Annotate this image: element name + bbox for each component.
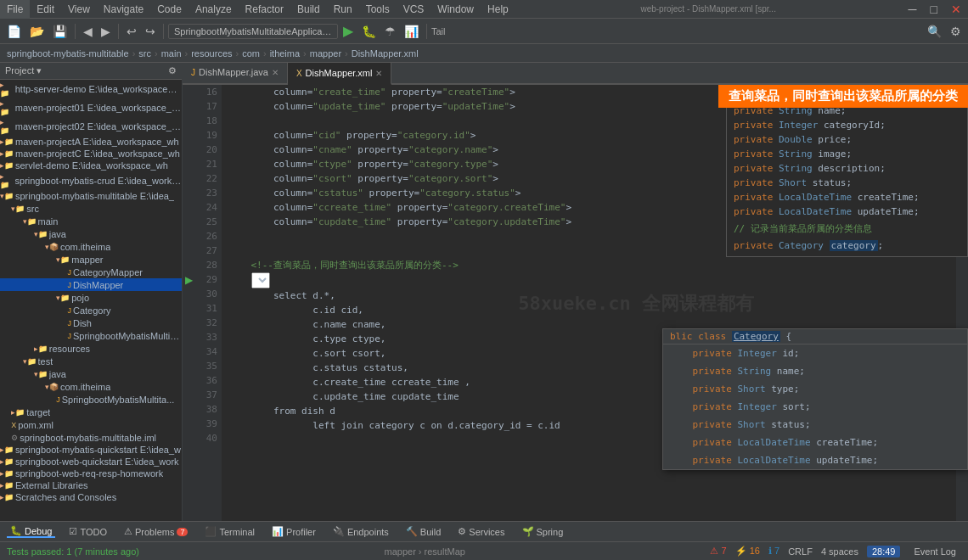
new-file-btn[interactable]: 📄 xyxy=(3,23,25,40)
ac-line-7[interactable]: private LocalDateTime updateTime; xyxy=(663,451,967,469)
tab-dishmapper-java[interactable]: J DishMapper.java ✕ xyxy=(183,63,288,83)
gutter-line-16 xyxy=(183,85,194,99)
tree-item-0[interactable]: ▸📁http-server-demo E:\idea_workspace_wh xyxy=(0,80,182,98)
tree-item-22[interactable]: ▾📦com.itheima xyxy=(0,380,182,393)
menu-refactor[interactable]: Refactor xyxy=(239,0,290,19)
forward-btn[interactable]: ▶ xyxy=(98,23,114,40)
debug-btn[interactable]: 🐛 xyxy=(358,23,380,40)
tree-item-26[interactable]: ⚙springboot-mybatis-multitable.iml xyxy=(0,431,182,444)
tree-item-10[interactable]: ▾📁java xyxy=(0,227,182,240)
menu-run[interactable]: Run xyxy=(327,0,359,19)
ac-line-5[interactable]: private Short status; xyxy=(663,416,967,434)
menu-edit[interactable]: Edit xyxy=(30,0,61,19)
tree-item-31[interactable]: ▸📁Scratches and Consoles xyxy=(0,491,182,503)
tree-item-27[interactable]: ▸📁springboot-mybatis-quickstart E:\idea_… xyxy=(0,444,182,456)
bc-file[interactable]: DishMapper.xml xyxy=(352,48,419,59)
editor-tabs: J DishMapper.java ✕ X DishMapper.xml ✕ xyxy=(183,63,968,85)
tree-item-25[interactable]: Xpom.xml xyxy=(0,418,182,431)
tree-item-6[interactable]: ▸📁springboot-mybatis-crud E:\idea_worksp… xyxy=(0,171,182,190)
tree-item-21[interactable]: ▾📁java xyxy=(0,367,182,380)
tree-item-13[interactable]: JCategoryMapper xyxy=(0,266,182,278)
tab-java-close[interactable]: ✕ xyxy=(272,68,279,77)
tree-item-8[interactable]: ▾📁src xyxy=(0,202,182,215)
menu-window[interactable]: Window xyxy=(431,0,481,19)
undo-btn[interactable]: ↩ xyxy=(123,23,140,40)
redo-btn[interactable]: ↪ xyxy=(142,23,159,40)
menu-help[interactable]: Help xyxy=(481,0,515,19)
menu-build[interactable]: Build xyxy=(290,0,327,19)
tab-problems[interactable]: ⚠ Problems 7 xyxy=(121,526,191,537)
menu-code[interactable]: Code xyxy=(150,0,189,19)
sidebar-gear-icon[interactable]: ⚙ xyxy=(168,65,177,76)
ac-line-4[interactable]: private Integer sort; xyxy=(663,398,967,416)
tree-item-19[interactable]: ▸📁resources xyxy=(0,342,182,355)
tree-item-14[interactable]: JDishMapper xyxy=(0,278,182,291)
back-btn[interactable]: ◀ xyxy=(80,23,96,40)
open-btn[interactable]: 📂 xyxy=(26,23,48,40)
bc-root[interactable]: springboot-mybatis-multitable xyxy=(7,48,129,59)
bc-src[interactable]: src xyxy=(138,48,151,59)
tree-item-1[interactable]: ▸📁maven-project01 E:\idea_workspace_wh xyxy=(0,98,182,117)
bc-resources[interactable]: resources xyxy=(191,48,232,59)
tree-item-29[interactable]: ▸📁springboot-web-req-resp-homework xyxy=(0,468,182,479)
warnings-count: ⚡ 16 xyxy=(735,546,760,557)
tab-terminal[interactable]: ⬛ Terminal xyxy=(201,526,258,537)
tab-build[interactable]: 🔨 Build xyxy=(402,526,444,537)
tree-item-5[interactable]: ▸📁servlet-demo E:\idea_workspace_wh xyxy=(0,160,182,171)
tab-todo[interactable]: ☑ TODO xyxy=(65,526,110,537)
tree-item-7[interactable]: ▾📁springboot-mybatis-multitable E:\idea_ xyxy=(0,190,182,202)
tree-item-16[interactable]: JCategory xyxy=(0,304,182,316)
tree-item-28[interactable]: ▸📁springboot-web-quickstart E:\idea_work xyxy=(0,456,182,468)
bc-itheima[interactable]: itheima xyxy=(270,48,300,59)
window-maximize[interactable]: □ xyxy=(924,0,944,19)
ac-line-1[interactable]: private Integer id; xyxy=(663,344,967,362)
window-minimize[interactable]: ─ xyxy=(902,0,924,19)
tab-dishmapper-xml[interactable]: X DishMapper.xml ✕ xyxy=(288,63,392,85)
tree-item-9[interactable]: ▾📁main xyxy=(0,215,182,227)
ac-line-6[interactable]: private LocalDateTime createTime; xyxy=(663,434,967,451)
ac-line-3[interactable]: private Short type; xyxy=(663,380,967,398)
tree-item-2[interactable]: ▸📁maven-project02 E:\idea_workspace_wh xyxy=(0,117,182,136)
run-config-selector[interactable] xyxy=(168,24,338,39)
ac-line-2[interactable]: private String name; xyxy=(663,362,967,380)
tab-spring[interactable]: 🌱 Spring xyxy=(519,526,567,537)
encoding[interactable]: CRLF xyxy=(788,546,813,557)
tree-item-4[interactable]: ▸📁maven-projectC E:\idea_workspace_wh xyxy=(0,148,182,160)
tree-item-20[interactable]: ▾📁test xyxy=(0,355,182,367)
tab-profiler[interactable]: 📊 Profiler xyxy=(268,526,319,537)
tree-item-23[interactable]: JSpringbootMybatisMultita... xyxy=(0,393,182,406)
menu-vcs[interactable]: VCS xyxy=(397,0,431,19)
tab-endpoints[interactable]: 🔌 Endpoints xyxy=(329,526,392,537)
tab-debug[interactable]: 🐛 Debug xyxy=(7,525,55,538)
tree-item-30[interactable]: ▸📁External Libraries xyxy=(0,479,182,491)
menu-file[interactable]: File xyxy=(0,0,30,19)
coverage-btn[interactable]: ☂ xyxy=(381,23,399,40)
project-tree: ▸📁http-server-demo E:\idea_workspace_wh▸… xyxy=(0,80,182,521)
bc-main[interactable]: main xyxy=(161,48,182,59)
menu-navigate[interactable]: Navigate xyxy=(97,0,150,19)
search-btn[interactable]: 🔍 xyxy=(924,23,945,40)
menu-analyze[interactable]: Analyze xyxy=(189,0,239,19)
tree-item-3[interactable]: ▸📁maven-projectA E:\idea_workspace_wh xyxy=(0,136,182,148)
menu-view[interactable]: View xyxy=(61,0,97,19)
tab-xml-close[interactable]: ✕ xyxy=(375,69,382,78)
tree-item-15[interactable]: ▾📁pojo xyxy=(0,291,182,304)
window-close[interactable]: ✕ xyxy=(944,0,968,19)
save-btn[interactable]: 💾 xyxy=(49,23,70,40)
autocomplete-popup[interactable]: blic class Category { private Integer id… xyxy=(662,328,968,470)
tree-item-17[interactable]: JDish xyxy=(0,316,182,329)
tree-item-11[interactable]: ▾📦com.itheima xyxy=(0,240,182,253)
bc-com[interactable]: com xyxy=(242,48,260,59)
tree-item-18[interactable]: JSpringbootMybatisMultita... xyxy=(0,329,182,342)
tree-item-24[interactable]: ▸📁target xyxy=(0,406,182,418)
tree-item-12[interactable]: ▾📁mapper xyxy=(0,253,182,266)
settings-btn[interactable]: ⚙ xyxy=(947,23,965,40)
profile-btn[interactable]: 📊 xyxy=(401,23,422,40)
indent[interactable]: 4 spaces xyxy=(821,546,858,557)
run-btn[interactable]: ▶ xyxy=(340,21,357,41)
gutter-line-30 xyxy=(183,287,194,301)
event-log-btn[interactable]: Event Log xyxy=(909,542,961,561)
tab-services[interactable]: ⚙ Services xyxy=(454,526,508,537)
bc-mapper[interactable]: mapper xyxy=(310,48,341,59)
menu-tools[interactable]: Tools xyxy=(359,0,397,19)
